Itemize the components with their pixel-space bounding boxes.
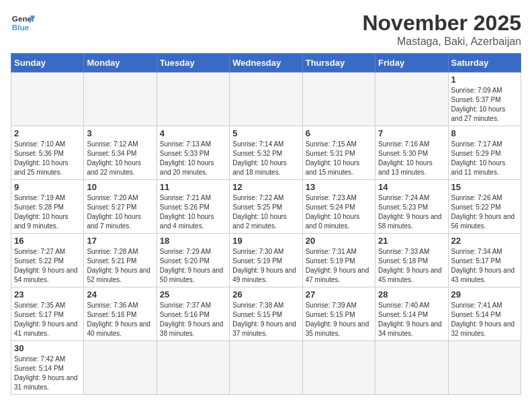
calendar-cell: 6Sunrise: 7:15 AM Sunset: 5:31 PM Daylig… [302, 126, 375, 180]
day-number: 8 [451, 128, 518, 138]
day-number: 29 [451, 289, 518, 300]
calendar-cell: 30Sunrise: 7:42 AM Sunset: 5:14 PM Dayli… [11, 341, 84, 395]
calendar-cell [448, 341, 521, 395]
calendar-cell: 10Sunrise: 7:20 AM Sunset: 5:27 PM Dayli… [84, 180, 157, 234]
day-number: 11 [160, 182, 226, 192]
day-info: Sunrise: 7:09 AM Sunset: 5:37 PM Dayligh… [451, 86, 518, 124]
svg-text:General: General [12, 14, 35, 23]
day-info: Sunrise: 7:26 AM Sunset: 5:22 PM Dayligh… [451, 193, 518, 231]
day-info: Sunrise: 7:37 AM Sunset: 5:16 PM Dayligh… [160, 301, 226, 338]
day-number: 30 [14, 343, 81, 353]
calendar-cell: 17Sunrise: 7:28 AM Sunset: 5:21 PM Dayli… [84, 234, 157, 287]
day-header-thursday: Thursday [302, 54, 375, 73]
day-number: 5 [232, 128, 299, 138]
day-info: Sunrise: 7:41 AM Sunset: 5:14 PM Dayligh… [451, 301, 518, 338]
logo: General Blue [11, 11, 35, 35]
calendar-cell [84, 341, 157, 395]
calendar-cell [375, 341, 448, 395]
day-info: Sunrise: 7:19 AM Sunset: 5:28 PM Dayligh… [14, 193, 81, 231]
calendar-cell: 12Sunrise: 7:22 AM Sunset: 5:25 PM Dayli… [230, 180, 302, 234]
day-info: Sunrise: 7:33 AM Sunset: 5:18 PM Dayligh… [378, 247, 445, 285]
calendar-cell: 27Sunrise: 7:39 AM Sunset: 5:15 PM Dayli… [302, 287, 375, 341]
calendar-cell: 4Sunrise: 7:13 AM Sunset: 5:33 PM Daylig… [157, 126, 229, 180]
calendar-cell [375, 73, 448, 126]
day-number: 28 [378, 289, 445, 300]
calendar-cell: 1Sunrise: 7:09 AM Sunset: 5:37 PM Daylig… [448, 73, 521, 126]
calendar-week-row: 23Sunrise: 7:35 AM Sunset: 5:17 PM Dayli… [11, 287, 521, 341]
day-info: Sunrise: 7:13 AM Sunset: 5:33 PM Dayligh… [160, 140, 226, 177]
day-info: Sunrise: 7:27 AM Sunset: 5:22 PM Dayligh… [14, 247, 81, 285]
day-number: 27 [306, 289, 372, 300]
calendar-cell: 20Sunrise: 7:31 AM Sunset: 5:19 PM Dayli… [302, 234, 375, 287]
day-number: 4 [160, 128, 226, 138]
day-info: Sunrise: 7:38 AM Sunset: 5:15 PM Dayligh… [232, 301, 299, 338]
calendar-cell [157, 341, 229, 395]
day-number: 2 [14, 128, 81, 138]
day-info: Sunrise: 7:39 AM Sunset: 5:15 PM Dayligh… [306, 301, 372, 338]
calendar-cell: 16Sunrise: 7:27 AM Sunset: 5:22 PM Dayli… [11, 234, 84, 287]
calendar-cell [230, 341, 302, 395]
day-number: 14 [378, 182, 445, 192]
day-header-saturday: Saturday [448, 54, 521, 73]
day-info: Sunrise: 7:35 AM Sunset: 5:17 PM Dayligh… [14, 301, 81, 338]
day-info: Sunrise: 7:16 AM Sunset: 5:30 PM Dayligh… [378, 140, 445, 177]
day-info: Sunrise: 7:22 AM Sunset: 5:25 PM Dayligh… [232, 193, 299, 231]
day-info: Sunrise: 7:36 AM Sunset: 5:16 PM Dayligh… [87, 301, 153, 338]
calendar-cell: 14Sunrise: 7:24 AM Sunset: 5:23 PM Dayli… [375, 180, 448, 234]
calendar-cell: 23Sunrise: 7:35 AM Sunset: 5:17 PM Dayli… [11, 287, 84, 341]
calendar-cell: 18Sunrise: 7:29 AM Sunset: 5:20 PM Dayli… [157, 234, 229, 287]
day-info: Sunrise: 7:34 AM Sunset: 5:17 PM Dayligh… [451, 247, 518, 285]
page-header: General Blue November 2025 Mastaga, Baki… [11, 11, 521, 48]
day-number: 19 [232, 236, 299, 246]
day-header-tuesday: Tuesday [157, 54, 229, 73]
day-number: 21 [378, 236, 445, 246]
day-header-friday: Friday [375, 54, 448, 73]
calendar-table: SundayMondayTuesdayWednesdayThursdayFrid… [11, 53, 521, 395]
day-info: Sunrise: 7:31 AM Sunset: 5:19 PM Dayligh… [306, 247, 372, 285]
calendar-week-row: 2Sunrise: 7:10 AM Sunset: 5:36 PM Daylig… [11, 126, 521, 180]
calendar-cell [230, 73, 302, 126]
calendar-week-row: 9Sunrise: 7:19 AM Sunset: 5:28 PM Daylig… [11, 180, 521, 234]
calendar-cell: 15Sunrise: 7:26 AM Sunset: 5:22 PM Dayli… [448, 180, 521, 234]
day-number: 1 [451, 75, 518, 85]
calendar-cell [11, 73, 84, 126]
day-info: Sunrise: 7:12 AM Sunset: 5:34 PM Dayligh… [87, 140, 153, 177]
calendar-cell [302, 73, 375, 126]
day-number: 23 [14, 289, 81, 300]
calendar-cell: 25Sunrise: 7:37 AM Sunset: 5:16 PM Dayli… [157, 287, 229, 341]
calendar-week-row: 30Sunrise: 7:42 AM Sunset: 5:14 PM Dayli… [11, 341, 521, 395]
day-info: Sunrise: 7:24 AM Sunset: 5:23 PM Dayligh… [378, 193, 445, 231]
day-info: Sunrise: 7:30 AM Sunset: 5:19 PM Dayligh… [232, 247, 299, 285]
day-info: Sunrise: 7:21 AM Sunset: 5:26 PM Dayligh… [160, 193, 226, 231]
day-info: Sunrise: 7:40 AM Sunset: 5:14 PM Dayligh… [378, 301, 445, 338]
day-info: Sunrise: 7:29 AM Sunset: 5:20 PM Dayligh… [160, 247, 226, 285]
calendar-cell: 29Sunrise: 7:41 AM Sunset: 5:14 PM Dayli… [448, 287, 521, 341]
day-number: 6 [306, 128, 372, 138]
calendar-cell: 22Sunrise: 7:34 AM Sunset: 5:17 PM Dayli… [448, 234, 521, 287]
calendar-cell: 5Sunrise: 7:14 AM Sunset: 5:32 PM Daylig… [230, 126, 302, 180]
day-number: 13 [306, 182, 372, 192]
day-number: 16 [14, 236, 81, 246]
calendar-cell: 26Sunrise: 7:38 AM Sunset: 5:15 PM Dayli… [230, 287, 302, 341]
day-number: 26 [232, 289, 299, 300]
calendar-week-row: 1Sunrise: 7:09 AM Sunset: 5:37 PM Daylig… [11, 73, 521, 126]
day-number: 17 [87, 236, 153, 246]
calendar-cell [84, 73, 157, 126]
day-number: 9 [14, 182, 81, 192]
day-info: Sunrise: 7:14 AM Sunset: 5:32 PM Dayligh… [232, 140, 299, 177]
day-number: 7 [378, 128, 445, 138]
calendar-cell [157, 73, 229, 126]
calendar-week-row: 16Sunrise: 7:27 AM Sunset: 5:22 PM Dayli… [11, 234, 521, 287]
calendar-cell: 11Sunrise: 7:21 AM Sunset: 5:26 PM Dayli… [157, 180, 229, 234]
day-number: 15 [451, 182, 518, 192]
day-number: 25 [160, 289, 226, 300]
calendar-cell: 9Sunrise: 7:19 AM Sunset: 5:28 PM Daylig… [11, 180, 84, 234]
calendar-header-row: SundayMondayTuesdayWednesdayThursdayFrid… [11, 54, 521, 73]
day-header-monday: Monday [84, 54, 157, 73]
day-number: 18 [160, 236, 226, 246]
day-info: Sunrise: 7:23 AM Sunset: 5:24 PM Dayligh… [306, 193, 372, 231]
calendar-cell: 19Sunrise: 7:30 AM Sunset: 5:19 PM Dayli… [230, 234, 302, 287]
calendar-cell [302, 341, 375, 395]
day-header-wednesday: Wednesday [230, 54, 302, 73]
title-block: November 2025 Mastaga, Baki, Azerbaijan [362, 11, 521, 48]
